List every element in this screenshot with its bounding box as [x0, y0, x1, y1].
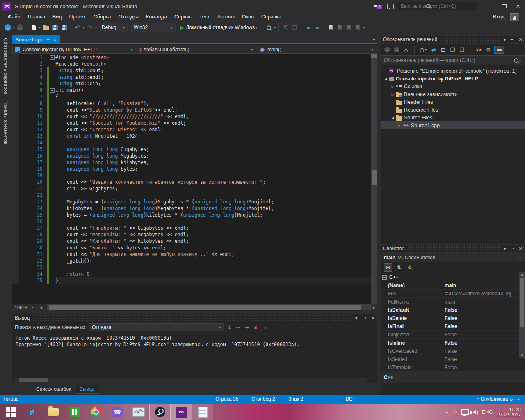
- tree-item--s1mple-injector-dll-console-1-[interactable]: ⋈Решение "S1mple injector dll console" (…: [381, 67, 525, 75]
- breakpoint-margin[interactable]: [12, 231, 19, 238]
- output-menu-caret[interactable]: ▾: [355, 315, 358, 321]
- code-line[interactable]: 19: [12, 172, 371, 179]
- se-sync-icon[interactable]: ⇄: [430, 46, 437, 53]
- document-list-caret[interactable]: ▾: [373, 38, 375, 42]
- fold-margin[interactable]: [49, 74, 55, 80]
- breakpoint-margin[interactable]: [12, 54, 19, 61]
- breakpoint-margin[interactable]: [12, 133, 19, 139]
- fold-margin[interactable]: [49, 179, 55, 185]
- open-file-icon[interactable]: [42, 23, 50, 32]
- code-line[interactable]: 24 kilobytes = (unsigned long long)Megab…: [12, 205, 371, 212]
- properties-scrollbar[interactable]: ▲▼: [519, 272, 525, 358]
- taskbar-clock[interactable]: 18:2327.02.2017: [497, 407, 521, 418]
- code-line[interactable]: 35}: [12, 277, 371, 284]
- save-all-icon[interactable]: [60, 23, 68, 32]
- tree-expander-icon[interactable]: ▷: [390, 84, 395, 89]
- breakpoint-margin[interactable]: [12, 80, 19, 87]
- taskbar-steam-icon[interactable]: [149, 404, 171, 420]
- editor-vertical-scrollbar[interactable]: [371, 54, 377, 304]
- tree-item-source-files[interactable]: ◢Source Files: [381, 114, 525, 121]
- increase-indent-icon[interactable]: ≡: [313, 23, 321, 32]
- zoom-level-dropdown[interactable]: 100 %▾: [12, 304, 38, 310]
- code-line[interactable]: 21 cin >> Gigabytes;: [12, 185, 371, 192]
- breakpoint-margin[interactable]: [12, 139, 19, 146]
- property-value[interactable]: c:\Users\Admin\Desktop\Dll Inj: [442, 290, 525, 297]
- restore-button[interactable]: [497, 1, 511, 11]
- breakpoint-margin[interactable]: [12, 166, 19, 172]
- breakpoint-margin[interactable]: [12, 126, 19, 133]
- se-pending-changes-icon[interactable]: ◷▾: [420, 46, 427, 53]
- fold-margin[interactable]: [49, 231, 55, 238]
- code-line[interactable]: 3 using std::cout;: [12, 67, 371, 74]
- hscroll-right-arrow[interactable]: ▶: [371, 306, 377, 310]
- property-value[interactable]: False: [442, 331, 525, 338]
- menu-item-Сборка[interactable]: Сборка: [90, 13, 115, 21]
- menu-item-Файл[interactable]: Файл: [4, 13, 24, 21]
- breakpoint-margin[interactable]: [12, 107, 19, 113]
- se-view-code-icon[interactable]: <>: [475, 46, 482, 53]
- taskbar-start-icon[interactable]: [0, 404, 21, 420]
- navigate-back-caret[interactable]: ▾: [13, 26, 15, 30]
- navigate-back-icon[interactable]: ←: [4, 23, 12, 32]
- tree-expander-icon[interactable]: ◢: [390, 116, 395, 120]
- code-line[interactable]: 22: [12, 192, 371, 199]
- property-value[interactable]: main: [442, 281, 525, 289]
- code-line[interactable]: 15 unsigned long long Gigabytes;: [12, 146, 371, 153]
- property-value[interactable]: False: [442, 363, 525, 371]
- fold-margin[interactable]: [49, 199, 55, 205]
- property-value[interactable]: False: [442, 306, 525, 314]
- breakpoint-margin[interactable]: [12, 192, 19, 199]
- fold-margin[interactable]: [49, 258, 55, 264]
- start-debugging-button[interactable]: ▶ Локальный отладчик Windows ▾: [180, 25, 258, 30]
- fold-margin[interactable]: [49, 146, 55, 153]
- tab-output[interactable]: Вывод: [76, 385, 98, 394]
- fold-margin[interactable]: [49, 133, 55, 139]
- code-line[interactable]: 32 _getch();: [12, 258, 371, 264]
- breakpoint-margin[interactable]: [12, 100, 19, 107]
- breakpoint-margin[interactable]: [12, 238, 19, 244]
- fold-margin[interactable]: [49, 218, 55, 225]
- property-value[interactable]: False: [442, 314, 525, 322]
- tree-item-header-files[interactable]: Header Files: [381, 98, 525, 106]
- code-line[interactable]: 2#include <conio.h>: [12, 61, 371, 67]
- close-button[interactable]: ✕: [511, 1, 525, 11]
- breakpoint-margin[interactable]: [12, 251, 19, 258]
- fold-margin[interactable]: [49, 172, 55, 179]
- se-copy-icon[interactable]: ❐: [449, 46, 456, 53]
- fold-margin[interactable]: [49, 251, 55, 258]
- menu-item-Справка[interactable]: Справка: [258, 13, 285, 21]
- collapse-box-icon[interactable]: −: [50, 88, 55, 93]
- property-row-IsInjected[interactable]: IsInjectedFalse: [381, 331, 525, 339]
- redo-icon[interactable]: ↷: [86, 23, 94, 32]
- menu-item-Тест[interactable]: Тест: [196, 13, 214, 21]
- toolbar-overflow-caret[interactable]: ▾: [363, 26, 365, 30]
- fold-margin[interactable]: [49, 94, 55, 100]
- breakpoint-margin[interactable]: [12, 258, 19, 264]
- tab-source1-cpp[interactable]: Source1.cpp ⊸ ✕: [12, 35, 60, 44]
- output-source-dropdown[interactable]: Отладка▾: [89, 323, 224, 331]
- tree-item--[interactable]: ▷Внешние зависимости: [381, 90, 525, 98]
- breakpoint-margin[interactable]: [12, 185, 19, 192]
- code-line[interactable]: 9 cout <<"Size changer by DiPtoS"<< endl…: [12, 107, 371, 113]
- alphabetical-sort-icon[interactable]: ⇅: [395, 264, 403, 271]
- property-pages-wrench-icon[interactable]: ⚙: [406, 264, 413, 271]
- solution-platform-dropdown[interactable]: Win32▾: [131, 23, 176, 32]
- property-value[interactable]: main: [442, 298, 525, 306]
- menu-item-Проект[interactable]: Проект: [66, 13, 90, 21]
- code-line[interactable]: 16 unsigned long long Megabytes;: [12, 153, 371, 159]
- show-hidden-icons-chevron[interactable]: ▲: [445, 410, 449, 414]
- toggle-bookmark-icon[interactable]: [326, 23, 335, 32]
- redo-caret[interactable]: ▾: [95, 26, 97, 30]
- code-line[interactable]: 14: [12, 139, 371, 146]
- quick-launch-search-icon[interactable]: [426, 4, 431, 8]
- volume-icon[interactable]: [473, 410, 476, 414]
- taskbar-windows-store-icon[interactable]: [64, 404, 85, 420]
- taskbar-performance-monitor-icon[interactable]: [128, 404, 149, 420]
- fold-margin[interactable]: [49, 120, 55, 126]
- copy-icon[interactable]: ❐: [290, 23, 299, 32]
- breakpoint-margin[interactable]: [12, 205, 19, 212]
- clear-bookmarks-icon[interactable]: [354, 23, 362, 32]
- breakpoint-margin[interactable]: [12, 120, 19, 126]
- find-in-files-icon[interactable]: [265, 23, 273, 32]
- scope-dropdown[interactable]: (Глобальная область)▾: [137, 46, 256, 54]
